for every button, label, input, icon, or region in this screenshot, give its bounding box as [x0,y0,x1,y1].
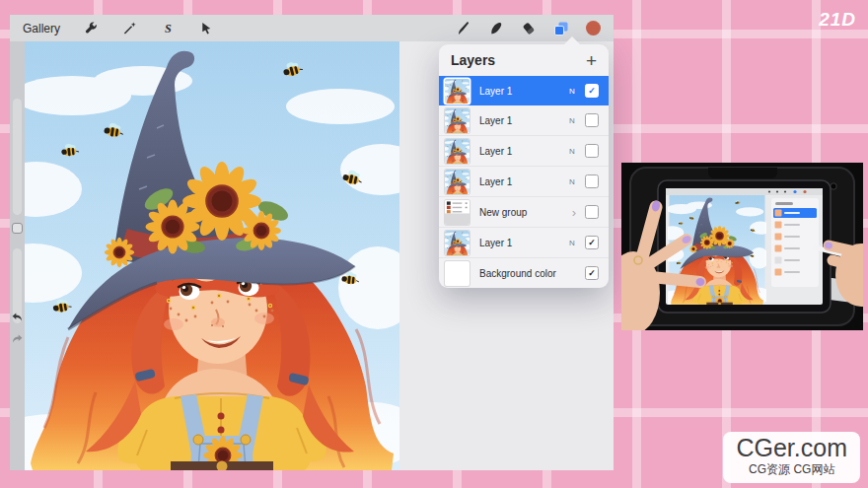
modify-button[interactable] [12,223,23,234]
canvas-artwork[interactable] [25,41,399,470]
layers-panel-header: Layers + [439,44,609,76]
channel-logo: 21D [819,9,856,31]
background-color-row[interactable]: Background color [439,257,609,288]
group-visibility-checkbox[interactable] [585,205,599,219]
layer-name: Layer 1 [479,146,568,157]
brush-button[interactable] [456,21,471,36]
undo-icon [11,311,24,323]
smudge-icon [488,21,504,36]
background-color-label: Background color [479,268,585,279]
watermark-subtitle: CG资源 CG网站 [736,461,847,478]
transform-button[interactable] [198,21,214,36]
layer-name: Layer 1 [479,86,568,97]
blend-mode-badge[interactable]: N [568,87,576,96]
layer-visibility-checkbox[interactable] [585,236,599,249]
watermark: CGer.com CG资源 CG网站 [723,432,860,483]
brush-size-slider[interactable] [13,99,22,215]
watermark-title: CGer.com [736,434,847,462]
layers-button[interactable] [553,21,569,36]
background-color-thumbnail [445,261,470,286]
group-thumbnail [445,200,470,225]
layers-title: Layers [451,52,495,68]
actions-button[interactable] [83,21,99,36]
group-row[interactable]: New group › [439,196,609,227]
chevron-right-icon[interactable]: › [572,206,576,219]
selection-icon: S [161,21,176,35]
layer-thumbnail [445,79,470,104]
layer-row[interactable]: Layer 1 N [439,76,609,105]
wrench-icon [84,21,99,35]
blend-mode-badge[interactable]: N [568,239,576,247]
layers-panel: Layers + Layer 1 N Layer 1 N La [439,44,609,288]
transform-arrow-icon [199,21,214,35]
layer-thumbnail [445,231,470,255]
video-inset [621,163,863,330]
redo-icon [11,332,24,345]
smudge-button[interactable] [488,21,504,36]
adjustments-wand-icon [122,21,137,35]
selection-button[interactable]: S [160,21,176,36]
layer-name: Layer 1 [479,238,568,248]
layer-row[interactable]: Layer 1 N [439,105,609,135]
layer-visibility-checkbox[interactable] [585,113,599,127]
layer-name: Layer 1 [479,115,568,126]
witch-painting [25,41,399,470]
svg-text:S: S [165,22,172,35]
redo-button[interactable] [11,331,24,344]
layer-name: Layer 1 [479,176,568,187]
video-frame: Gallery S [0,0,868,488]
blend-mode-badge[interactable]: N [568,177,576,186]
layer-thumbnail [445,139,470,164]
layer-row[interactable]: Layer 1 N [439,166,609,196]
layer-visibility-checkbox[interactable] [585,174,599,188]
group-name: New group [479,207,572,218]
layer-visibility-checkbox[interactable] [585,84,599,98]
brush-sidebar [10,41,25,470]
layer-visibility-checkbox[interactable] [585,144,599,158]
adjustments-button[interactable] [121,21,137,36]
layer-thumbnail [445,170,470,194]
top-toolbar: Gallery S [10,15,614,41]
eraser-icon [521,21,537,36]
layers-icon [553,21,569,36]
brush-icon [456,21,471,36]
eraser-button[interactable] [521,21,537,36]
procreate-window: Gallery S [10,15,614,470]
undo-button[interactable] [11,310,24,322]
layer-row[interactable]: Layer 1 N [439,227,609,257]
blend-mode-badge[interactable]: N [568,147,576,156]
case-screw [831,183,836,189]
gallery-button[interactable]: Gallery [23,22,60,35]
layer-row[interactable]: Layer 1 N [439,135,609,166]
blend-mode-badge[interactable]: N [568,116,576,125]
background-visibility-checkbox[interactable] [585,266,599,280]
toolbar-left-group: Gallery S [10,21,214,36]
add-layer-button[interactable]: + [586,51,597,70]
layer-thumbnail [445,108,470,133]
color-swatch[interactable] [586,21,601,35]
